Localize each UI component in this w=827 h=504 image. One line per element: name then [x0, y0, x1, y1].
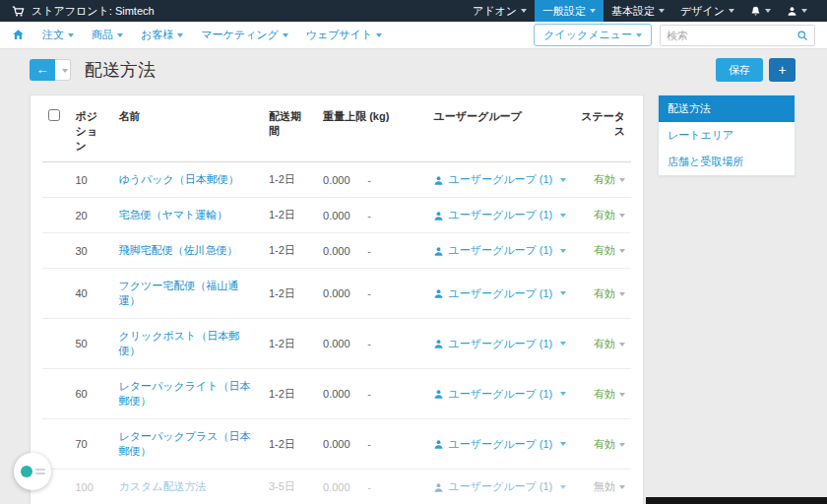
usergroup-icon — [433, 388, 444, 401]
page-title: 配送方法 — [85, 58, 156, 82]
nav-website[interactable]: ウェブサイト — [306, 28, 383, 42]
weight-min-value: 0.000 — [317, 319, 361, 369]
weight-separator: - — [361, 319, 377, 369]
bell-icon — [750, 6, 761, 17]
section-sidebar: 配送方法 レートエリア 店舗と受取場所 — [658, 94, 795, 176]
help-widget-text-lines — [35, 469, 45, 474]
usergroup-dropdown[interactable]: ユーザーグループ (1) — [433, 337, 566, 351]
menu-addons[interactable]: アドオン — [465, 0, 535, 22]
delivery-time-value: 1-2日 — [263, 162, 317, 198]
status-dropdown[interactable]: 有効 — [594, 287, 625, 299]
usergroup-icon — [433, 209, 444, 221]
shipping-method-link[interactable]: ゆうパック（日本郵便） — [119, 173, 239, 185]
add-button[interactable]: + — [769, 58, 795, 82]
status-dropdown[interactable]: 有効 — [594, 438, 625, 450]
weight-min-value: 0.000 — [317, 419, 361, 470]
table-row: 100 カスタム配送方法 3-5日 0.000 - ユーザーグループ (1) — [42, 470, 631, 504]
sidebar-item-shipping-methods[interactable]: 配送方法 — [659, 95, 795, 122]
usergroup-icon — [433, 438, 444, 451]
shipping-method-link[interactable]: レターパックライト（日本郵便） — [119, 380, 251, 407]
weight-min-value: 0.000 — [317, 233, 361, 269]
nav-customers[interactable]: お客様 — [141, 28, 183, 42]
delivery-time-value: 3-5日 — [263, 470, 317, 504]
column-usergroups: ユーザーグループ — [427, 99, 572, 162]
usergroup-dropdown[interactable]: ユーザーグループ (1) — [433, 437, 566, 452]
delivery-time-value: 1-2日 — [263, 319, 317, 369]
usergroup-dropdown[interactable]: ユーザーグループ (1) — [433, 387, 566, 402]
weight-separator: - — [361, 419, 377, 470]
status-dropdown[interactable]: 有効 — [594, 244, 625, 256]
content-area: ポジション 名前 配送期間 重量上限 (kg) ユーザーグループ ステータス 1… — [0, 89, 827, 504]
status-dropdown[interactable]: 有効 — [594, 173, 625, 185]
weight-max-value — [377, 319, 427, 369]
usergroup-dropdown[interactable]: ユーザーグループ (1) — [433, 208, 566, 222]
column-status: ステータス — [572, 99, 631, 162]
menu-general-settings[interactable]: 一般設定 — [535, 0, 604, 22]
weight-min-value: 0.000 — [317, 470, 361, 504]
weight-max-value — [377, 269, 427, 319]
menu-basic-settings[interactable]: 基本設定 — [604, 0, 672, 22]
help-widget[interactable] — [14, 453, 51, 490]
shipping-method-link[interactable]: 飛脚宅配便（佐川急便） — [119, 244, 238, 256]
weight-separator: - — [361, 369, 377, 419]
nav-orders[interactable]: 注文 — [42, 28, 74, 42]
shipping-method-link[interactable]: レターパックプラス（日本郵便） — [119, 430, 251, 457]
usergroup-dropdown[interactable]: ユーザーグループ (1) — [433, 286, 566, 301]
weight-separator: - — [361, 198, 377, 233]
search-input[interactable] — [667, 30, 796, 41]
shipping-method-link[interactable]: クリックポスト（日本郵便） — [119, 330, 240, 356]
weight-separator: - — [361, 233, 377, 269]
usergroup-icon — [433, 244, 444, 257]
usergroup-dropdown[interactable]: ユーザーグループ (1) — [433, 172, 566, 187]
weight-max-value — [377, 162, 427, 198]
table-row: 20 宅急便（ヤマト運輸） 1-2日 0.000 - ユーザーグループ (1) — [42, 198, 631, 233]
position-value: 60 — [69, 369, 112, 419]
account-menu[interactable] — [779, 0, 815, 22]
shipping-method-link[interactable]: カスタム配送方法 — [119, 480, 207, 492]
shipping-method-link[interactable]: フクツー宅配便（福山通運） — [119, 280, 239, 306]
shipping-method-link[interactable]: 宅急便（ヤマト運輸） — [119, 209, 228, 220]
usergroup-icon — [433, 287, 444, 300]
position-value: 50 — [69, 319, 112, 369]
topbar: ストアフロント: Simtech アドオン 一般設定 基本設定 デザイン — [0, 0, 827, 22]
cart-icon[interactable] — [12, 5, 25, 18]
select-all-checkbox[interactable] — [48, 109, 60, 121]
status-dropdown[interactable]: 有効 — [594, 338, 625, 349]
sidebar-item-stores-pickup-points[interactable]: 店舗と受取場所 — [659, 149, 795, 175]
position-value: 100 — [69, 470, 112, 504]
status-dropdown[interactable]: 有効 — [594, 209, 625, 220]
shipping-methods-card: ポジション 名前 配送期間 重量上限 (kg) ユーザーグループ ステータス 1… — [30, 94, 644, 504]
save-button[interactable]: 保存 — [716, 58, 763, 82]
usergroup-icon — [433, 480, 444, 493]
user-icon — [787, 6, 797, 17]
table-row: 70 レターパックプラス（日本郵便） 1-2日 0.000 - ユーザーグループ… — [42, 419, 631, 470]
nav-marketing[interactable]: マーケティング — [201, 28, 288, 42]
position-value: 10 — [69, 162, 112, 198]
sidebar-item-rate-areas[interactable]: レートエリア — [659, 122, 795, 149]
usergroup-dropdown[interactable]: ユーザーグループ (1) — [433, 243, 566, 258]
nav-products[interactable]: 商品 — [92, 28, 123, 42]
bottom-strip — [646, 497, 827, 504]
home-icon[interactable] — [12, 29, 25, 41]
position-value: 20 — [69, 198, 112, 233]
column-position: ポジション — [69, 99, 112, 162]
status-dropdown[interactable]: 無効 — [594, 480, 625, 492]
usergroup-dropdown[interactable]: ユーザーグループ (1) — [433, 479, 566, 494]
weight-max-value — [377, 419, 427, 470]
main-navbar: 注文 商品 お客様 マーケティング ウェブサイト クイックメニュー — [0, 22, 827, 49]
menu-design[interactable]: デザイン — [672, 0, 742, 22]
quick-menu-button[interactable]: クイックメニュー — [534, 24, 652, 46]
storefront-label[interactable]: ストアフロント: Simtech — [32, 4, 155, 19]
back-button[interactable]: ← — [30, 59, 55, 81]
table-row: 60 レターパックライト（日本郵便） 1-2日 0.000 - ユーザーグループ… — [42, 369, 631, 419]
notifications-menu[interactable] — [742, 0, 779, 22]
status-dropdown[interactable]: 有効 — [594, 388, 625, 400]
table-row: 50 クリックポスト（日本郵便） 1-2日 0.000 - ユーザーグループ (… — [42, 319, 631, 369]
delivery-time-value: 1-2日 — [263, 369, 317, 419]
weight-separator: - — [361, 162, 377, 198]
column-name: 名前 — [113, 99, 263, 162]
column-delivery-time: 配送期間 — [263, 99, 317, 162]
position-value: 30 — [69, 233, 112, 269]
search-icon[interactable] — [796, 29, 808, 41]
back-dropdown-button[interactable] — [55, 59, 71, 81]
